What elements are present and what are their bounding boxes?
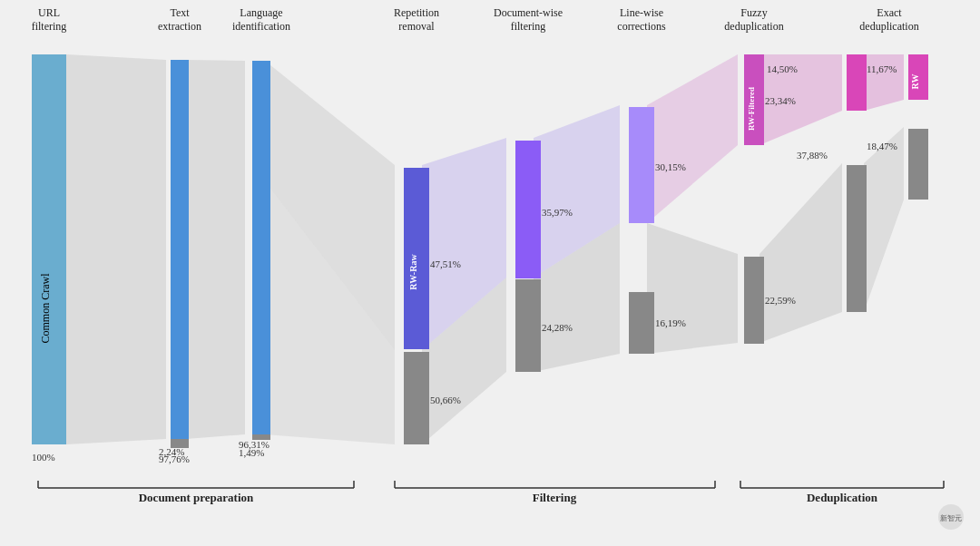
pct-35-97: 35,97% [542, 207, 573, 218]
bar-exact-gray1 [847, 165, 867, 312]
label-rw: RW [910, 74, 920, 90]
header-docwise: Document-wise [494, 6, 563, 19]
pct-47-51: 47,51% [430, 258, 461, 269]
pct-50-66: 50,66% [430, 395, 461, 405]
pct-14-50: 14,50% [767, 63, 798, 74]
pct-11-67: 11,67% [867, 63, 897, 74]
header-rep-removal: Repetition [394, 6, 439, 19]
bar-fuzzy-gray [744, 257, 764, 344]
header-rep-removal2: removal [398, 20, 435, 33]
header-exact2: deduplication [859, 20, 918, 33]
pct-24-28: 24,28% [542, 322, 573, 333]
pct-18-47: 18,47% [867, 141, 897, 151]
pct-22-59: 22,59% [765, 295, 796, 306]
label-common-crawl: Common Crawl [39, 273, 52, 344]
group-label-filtering: Filtering [533, 491, 577, 504]
header-lang-id: Language [240, 6, 282, 19]
header-linewise2: corrections [617, 20, 666, 33]
pct-16-19: 16,19% [655, 317, 686, 328]
header-docwise2: filtering [511, 20, 546, 33]
header-text-extraction: Text [170, 6, 190, 19]
pct-100: 100% [32, 452, 55, 463]
label-rw-raw: RW-Raw [408, 254, 418, 290]
group-label-doc-prep: Document preparation [139, 491, 254, 504]
header-lang-id2: identification [232, 20, 290, 33]
bar-linewise-purple [629, 107, 654, 223]
header-fuzzy2: deduplication [724, 20, 783, 33]
bar-exact-pink1 [847, 54, 867, 111]
header-fuzzy: Fuzzy [740, 6, 767, 19]
pct-2-24: 2,24% [159, 446, 184, 457]
header-text-extraction2: extraction [158, 20, 201, 33]
header-exact: Exact [877, 6, 902, 19]
header-url-filtering2: filtering [32, 20, 67, 33]
bar-linewise-gray [629, 292, 654, 354]
bar-lang-id [252, 61, 270, 434]
bar-docwise-purple [515, 141, 541, 278]
bar-text-extraction [171, 60, 189, 439]
bar-common-crawl [32, 54, 66, 444]
watermark-text: 新智元 [940, 514, 962, 522]
pct-37-88: 37,88% [797, 150, 828, 161]
bar-docwise-gray [515, 279, 541, 372]
bar-reprem-gray [404, 352, 429, 444]
pct-1-49: 1,49% [239, 447, 264, 458]
pct-30-15: 30,15% [655, 161, 686, 172]
group-label-dedup: Deduplication [807, 491, 878, 504]
bar-exact-gray2 [908, 129, 928, 200]
label-rw-filtered: RW-Filtered [747, 87, 756, 131]
pct-23-34: 23,34% [765, 95, 796, 106]
header-linewise: Line-wise [620, 6, 663, 19]
header-url-filtering: URL [38, 6, 60, 19]
chart-container: Common Crawl 100% 97,76% 2,24% 96,31% 1,… [0, 0, 980, 546]
